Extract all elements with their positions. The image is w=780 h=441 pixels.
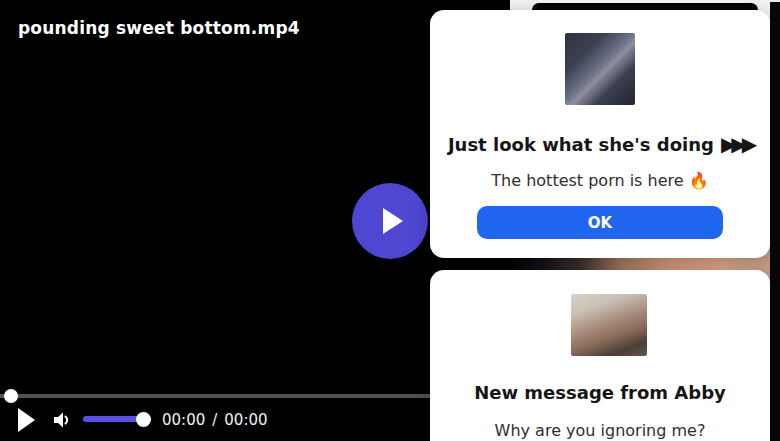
mute-button[interactable]: [50, 408, 74, 432]
time-display: 00:00 / 00:00: [162, 411, 268, 429]
play-icon: [383, 208, 403, 234]
duration: 00:00: [224, 411, 267, 429]
play-button[interactable]: [18, 408, 35, 432]
offer-popup: Just look what she's doing▶▶▶ The hottes…: [430, 10, 770, 258]
message-subtext: Why are you ignoring me?: [430, 420, 770, 441]
time-separator: /: [212, 411, 217, 429]
big-play-button[interactable]: [352, 183, 428, 259]
triple-arrow-icon: ▶▶▶: [721, 132, 752, 156]
volume-knob[interactable]: [136, 412, 151, 427]
offer-thumbnail-image[interactable]: [565, 33, 635, 105]
volume-slider[interactable]: [83, 416, 140, 422]
offer-subtext: The hottest porn is here 🔥: [430, 170, 770, 192]
message-popup: New message from Abby Why are you ignori…: [430, 270, 770, 441]
offer-heading: Just look what she's doing▶▶▶: [430, 131, 770, 158]
current-time: 00:00: [162, 411, 205, 429]
offer-heading-text: Just look what she's doing: [448, 134, 714, 155]
video-title: pounding sweet bottom.mp4: [18, 18, 300, 38]
background-embed-top-bar: [532, 3, 758, 10]
scrollbar-top-cap: [770, 0, 780, 2]
message-heading: New message from Abby: [430, 380, 770, 406]
scrollbar-track[interactable]: [770, 0, 780, 441]
message-thumbnail-image[interactable]: [571, 294, 647, 356]
seek-knob[interactable]: [4, 389, 18, 403]
speaker-icon: [50, 408, 74, 432]
ok-button[interactable]: OK: [477, 206, 723, 239]
